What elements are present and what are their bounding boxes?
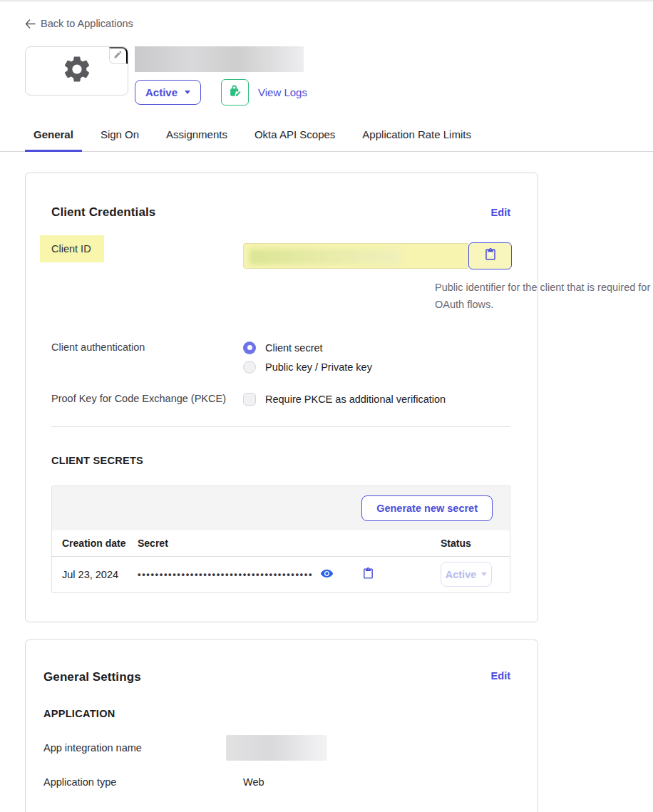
masked-secret-value: •••••••••••••••••••••••••••••••••••••••• — [138, 569, 313, 580]
client-credentials-title: Client Credentials — [51, 205, 155, 220]
copy-icon — [362, 567, 374, 582]
section-divider — [51, 426, 510, 427]
setting-row-notes-end-users: Application notes for end users — [43, 799, 510, 812]
secret-creation-date: Jul 23, 2024 — [52, 569, 138, 580]
app-integration-name-redacted — [226, 735, 327, 761]
tab-assignments[interactable]: Assignments — [158, 128, 236, 152]
app-integration-name-label: App integration name — [43, 742, 243, 754]
pkce-checkbox-option[interactable]: Require PKCE as additional verification — [243, 393, 446, 406]
table-row: Jul 23, 2024 •••••••••••••••••••••••••••… — [52, 557, 510, 592]
client-id-value-redacted — [243, 243, 468, 269]
client-id-label: Client ID — [40, 235, 104, 262]
setting-row-application-type: Application type Web — [43, 765, 510, 799]
generate-new-secret-button[interactable]: Generate new secret — [361, 495, 493, 521]
client-credentials-edit-link[interactable]: Edit — [491, 207, 510, 218]
lock-edit-button[interactable] — [221, 79, 249, 106]
edit-logo-button[interactable] — [109, 47, 128, 64]
tab-general[interactable]: General — [25, 128, 82, 152]
radio-public-key-label: Public key / Private key — [265, 361, 372, 373]
application-type-label: Application type — [43, 776, 243, 788]
client-secrets-table: Generate new secret Creation date Secret… — [51, 485, 510, 593]
setting-row-app-integration-name: App integration name — [43, 731, 510, 765]
radio-selected-icon[interactable] — [243, 341, 256, 354]
caret-down-icon — [481, 572, 487, 576]
back-arrow-icon — [25, 19, 36, 29]
checkbox-unchecked-icon[interactable] — [243, 393, 256, 406]
pencil-icon — [113, 50, 123, 61]
copy-client-id-button[interactable] — [468, 242, 512, 269]
col-header-creation-date: Creation date — [52, 538, 138, 549]
col-header-status: Status — [441, 538, 510, 549]
secret-status-dropdown[interactable]: Active — [441, 562, 492, 587]
radio-unselected-icon[interactable] — [243, 361, 256, 374]
lock-edit-icon — [228, 84, 242, 100]
pkce-option-label: Require PKCE as additional verification — [265, 394, 446, 405]
client-credentials-card: Client Credentials Edit Client ID Public… — [25, 173, 538, 622]
tab-bar: General Sign On Assignments Okta API Sco… — [0, 128, 653, 152]
copy-icon — [484, 248, 497, 263]
general-settings-card: General Settings Edit APPLICATION App in… — [25, 639, 538, 812]
tab-sign-on[interactable]: Sign On — [92, 128, 148, 152]
radio-option-public-key[interactable]: Public key / Private key — [243, 361, 372, 374]
top-divider — [0, 0, 653, 1]
client-secrets-heading: CLIENT SECRETS — [51, 455, 510, 466]
client-secrets-toolbar: Generate new secret — [52, 486, 510, 530]
app-status-dropdown[interactable]: Active — [135, 80, 201, 105]
gear-icon — [61, 53, 93, 88]
client-authentication-label: Client authentication — [51, 341, 243, 374]
application-section-heading: APPLICATION — [43, 708, 510, 719]
application-type-value: Web — [243, 776, 264, 788]
view-logs-link[interactable]: View Logs — [258, 86, 307, 98]
copy-secret-button[interactable] — [361, 566, 376, 583]
radio-option-client-secret[interactable]: Client secret — [243, 341, 372, 354]
app-logo-tile — [25, 46, 128, 96]
secret-status-label: Active — [446, 569, 477, 580]
tab-okta-api-scopes[interactable]: Okta API Scopes — [246, 128, 344, 152]
general-settings-title: General Settings — [43, 670, 141, 684]
eye-icon — [320, 567, 334, 582]
pkce-label: Proof Key for Code Exchange (PKCE) — [51, 393, 243, 406]
app-status-label: Active — [145, 86, 178, 98]
client-id-field-group — [243, 243, 512, 269]
tab-application-rate-limits[interactable]: Application Rate Limits — [354, 128, 480, 152]
col-header-secret: Secret — [138, 538, 441, 549]
general-settings-edit-link[interactable]: Edit — [491, 670, 510, 682]
radio-client-secret-label: Client secret — [265, 342, 323, 354]
back-to-applications-link[interactable]: Back to Applications — [25, 18, 133, 29]
reveal-secret-button[interactable] — [319, 565, 335, 584]
back-link-label: Back to Applications — [41, 18, 133, 29]
client-id-help-text: Public identifier for the client that is… — [435, 279, 653, 313]
caret-down-icon — [185, 91, 190, 94]
app-header: Active View Logs — [25, 46, 653, 106]
app-name-redacted — [135, 46, 304, 72]
table-header-row: Creation date Secret Status — [52, 530, 510, 557]
